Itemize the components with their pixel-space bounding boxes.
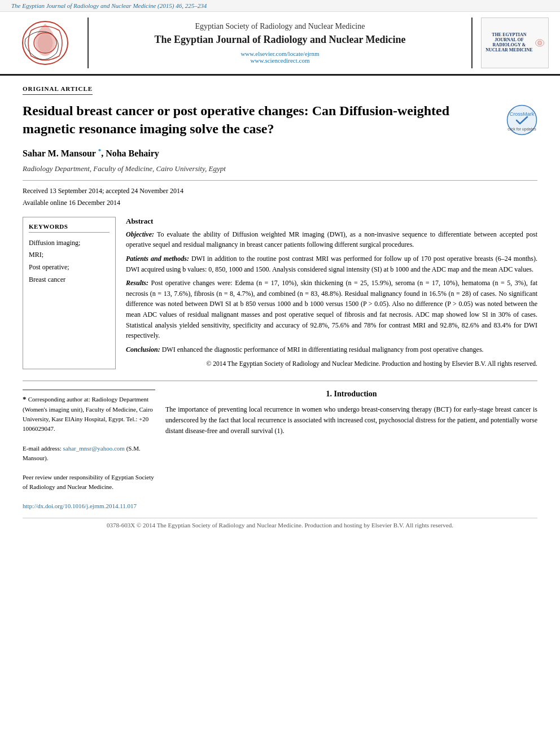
abstract-objective: Objective: To evaluate the ability of Di… bbox=[126, 229, 537, 250]
journal-reference: The Egyptian Journal of Radiology and Nu… bbox=[11, 2, 207, 9]
abstract-conclusion: Conclusion: DWI enhanced the diagnostic … bbox=[126, 344, 537, 355]
footnote-star-symbol: * bbox=[23, 395, 28, 403]
keywords-box: KEYWORDS Diffusion imaging; MRI; Post op… bbox=[23, 217, 116, 369]
conclusion-label: Conclusion: bbox=[126, 346, 160, 353]
header-center: Egyptian Society of Radiology and Nuclea… bbox=[88, 18, 473, 68]
keyword-2: MRI; bbox=[29, 249, 110, 261]
keyword-4: Breast cancer bbox=[29, 274, 110, 286]
body-section: KEYWORDS Diffusion imaging; MRI; Post op… bbox=[23, 217, 537, 369]
available-date: Available online 16 December 2014 bbox=[23, 197, 537, 208]
abstract-title: Abstract bbox=[126, 217, 537, 226]
keyword-3: Post operative; bbox=[29, 261, 110, 274]
dates-section: Received 13 September 2014; accepted 24 … bbox=[23, 180, 537, 208]
right-logo-icon bbox=[534, 32, 545, 54]
email-label: E-mail address: bbox=[23, 445, 62, 452]
abstract-patients: Patients and methods: DWI in addition to… bbox=[126, 254, 537, 274]
abstract-copyright: © 2014 The Egyptian Society of Radiology… bbox=[126, 359, 537, 369]
results-label: Results: bbox=[126, 279, 148, 287]
article-title: Residual breast cancer or post operative… bbox=[23, 102, 498, 138]
article-type: ORIGINAL ARTICLE bbox=[23, 85, 93, 95]
footnote-column: * Corresponding author at: Radiology Dep… bbox=[23, 390, 155, 511]
intro-paragraph: The importance of preventing local recur… bbox=[165, 404, 537, 436]
conclusion-text: DWI enhanced the diagnostic performance … bbox=[162, 346, 484, 353]
svg-text:CrossMark: CrossMark bbox=[510, 111, 535, 117]
elsevier-logo-icon bbox=[14, 19, 76, 67]
journal-urls: www.elsevier.com/locate/ejrnm www.scienc… bbox=[100, 50, 460, 64]
keywords-list: Diffusion imaging; MRI; Post operative; … bbox=[29, 237, 110, 286]
url-sciencedirect: www.sciencedirect.com bbox=[100, 57, 460, 64]
footnote-text: * Corresponding author at: Radiology Dep… bbox=[23, 394, 155, 511]
logo-right: THE EGYPTIAN JOURNAL OF RADIOLOGY & NUCL… bbox=[481, 18, 549, 68]
objective-text: To evaluate the ability of Diffusion wei… bbox=[126, 230, 537, 249]
abstract-section: Abstract Objective: To evaluate the abil… bbox=[126, 217, 537, 369]
journal-title: The Egyptian Journal of Radiology and Nu… bbox=[100, 33, 460, 46]
objective-label: Objective: bbox=[126, 230, 154, 238]
issn-footer: 0378-603X © 2014 The Egyptian Society of… bbox=[23, 518, 537, 528]
doi-link[interactable]: http://dx.doi.org/10.1016/j.ejrnm.2014.1… bbox=[23, 501, 155, 511]
article-title-row: Residual breast cancer or post operative… bbox=[23, 102, 537, 138]
main-content: ORIGINAL ARTICLE Residual breast cancer … bbox=[0, 76, 560, 540]
society-name: Egyptian Society of Radiology and Nuclea… bbox=[100, 22, 460, 31]
intro-text-column: 1. Introduction The importance of preven… bbox=[165, 390, 537, 511]
logo-left bbox=[11, 18, 79, 68]
svg-text:click for updates: click for updates bbox=[508, 127, 536, 132]
corresponding-label: Corresponding bbox=[28, 396, 65, 403]
right-logo-text: THE EGYPTIAN JOURNAL OF RADIOLOGY & NUCL… bbox=[484, 32, 534, 53]
author-star: * bbox=[98, 147, 102, 154]
crossmark-icon: CrossMark click for updates bbox=[506, 104, 537, 136]
received-date: Received 13 September 2014; accepted 24 … bbox=[23, 185, 537, 196]
keywords-title: KEYWORDS bbox=[29, 223, 110, 233]
abstract-text: Objective: To evaluate the ability of Di… bbox=[126, 229, 537, 369]
author-names: Sahar M. Mansour *, Noha Behairy bbox=[23, 148, 159, 158]
email-link[interactable]: sahar_mnsr@yahoo.com bbox=[63, 445, 124, 452]
peer-review-text: Peer review under responsibility of Egyp… bbox=[23, 474, 154, 490]
top-bar: The Egyptian Journal of Radiology and Nu… bbox=[0, 0, 560, 12]
affiliation: Radiology Department, Faculty of Medicin… bbox=[23, 164, 537, 173]
intro-section-title: 1. Introduction bbox=[165, 390, 537, 399]
authors-line: Sahar M. Mansour *, Noha Behairy bbox=[23, 147, 537, 159]
section-divider bbox=[23, 381, 537, 381]
abstract-results: Results: Post operative changes were: Ed… bbox=[126, 278, 537, 341]
results-text: Post operative changes were: Edema (n = … bbox=[126, 279, 537, 339]
url-elsevier: www.elsevier.com/locate/ejrnm bbox=[100, 50, 460, 57]
patients-label: Patients and methods: bbox=[126, 255, 189, 263]
keyword-1: Diffusion imaging; bbox=[29, 237, 110, 250]
journal-header: Egyptian Society of Radiology and Nuclea… bbox=[0, 12, 560, 76]
intro-section: * Corresponding author at: Radiology Dep… bbox=[23, 390, 537, 511]
